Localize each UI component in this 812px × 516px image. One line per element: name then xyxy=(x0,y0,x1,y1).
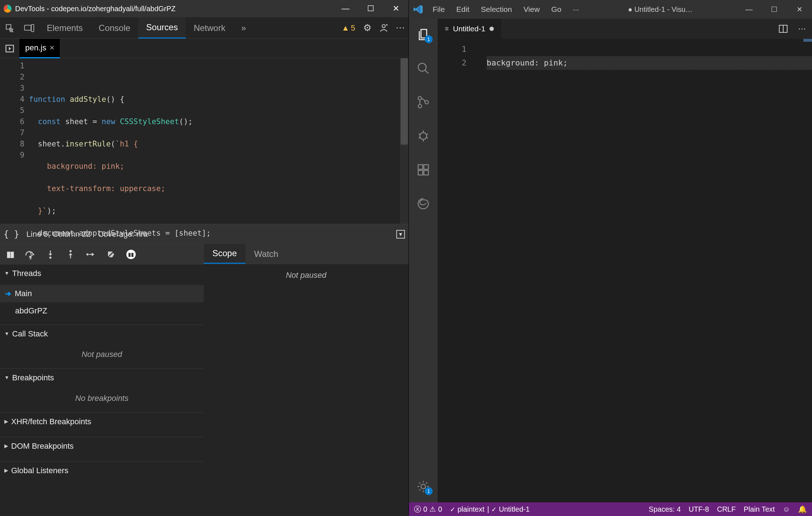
close-file-icon[interactable]: ✕ xyxy=(49,44,55,52)
notifications-icon[interactable]: 🔔 xyxy=(798,505,807,513)
pause-button[interactable]: ▮▮ xyxy=(0,244,20,264)
chevron-down-icon: ▼ xyxy=(4,270,9,276)
vscode-window-title: ● Untitled-1 - Visu… xyxy=(584,5,736,14)
chevron-right-icon: ▶ xyxy=(4,418,8,424)
code-editor[interactable]: 1 2 3 4 5 6 7 8 9 function addStyle() { … xyxy=(0,58,409,224)
scope-empty: Not paused xyxy=(204,264,409,516)
svg-point-10 xyxy=(425,100,429,104)
manage-badge: 1 xyxy=(425,487,433,495)
debug-icon[interactable] xyxy=(409,125,438,147)
svg-point-11 xyxy=(420,133,427,140)
extensions-icon[interactable] xyxy=(409,159,438,181)
menu-file[interactable]: File xyxy=(428,0,450,19)
thread-worker[interactable]: abdGrPZ xyxy=(0,302,204,320)
xhr-breakpoints-header[interactable]: ▶XHR/fetch Breakpoints xyxy=(0,412,204,430)
breakpoints-empty: No breakpoints xyxy=(0,389,204,407)
feedback-icon[interactable]: ☺ xyxy=(783,505,790,513)
svg-rect-13 xyxy=(424,165,429,169)
debugger-sidebar: ▼Threads ➔Main abdGrPZ ▼Call Stack Not p… xyxy=(0,264,204,516)
devtools-titlebar[interactable]: DevTools - codepen.io/zoherghadyali/full… xyxy=(0,0,409,17)
search-icon[interactable] xyxy=(409,58,438,79)
settings-icon[interactable]: ⚙ xyxy=(359,17,375,39)
vscode-maximize-button[interactable]: ☐ xyxy=(762,0,787,19)
status-language[interactable]: Plain Text xyxy=(744,505,775,513)
devtools-app-icon xyxy=(4,5,12,13)
vscode-logo-icon xyxy=(409,0,428,19)
explorer-icon[interactable]: 1 xyxy=(409,24,438,45)
svg-point-8 xyxy=(418,96,422,100)
svg-point-16 xyxy=(421,484,426,489)
split-editor-icon[interactable] xyxy=(777,22,790,35)
svg-rect-12 xyxy=(418,165,423,169)
edge-tools-icon[interactable] xyxy=(409,193,438,214)
editor-scrollbar[interactable] xyxy=(400,58,409,224)
status-eol[interactable]: CRLF xyxy=(717,505,736,513)
maximize-button[interactable]: ☐ xyxy=(358,0,383,17)
language-detect[interactable]: plaintext xyxy=(450,505,484,513)
source-control-icon[interactable] xyxy=(409,91,438,113)
svg-rect-15 xyxy=(424,171,429,175)
file-tab-penjs[interactable]: pen.js ✕ xyxy=(19,39,60,58)
vscode-titlebar[interactable]: File Edit Selection View Go ··· ● Untitl… xyxy=(409,0,812,19)
callstack-header[interactable]: ▼Call Stack xyxy=(0,325,204,343)
error-icon: ⓧ xyxy=(414,504,421,514)
vscode-editor-content[interactable]: background: pink; xyxy=(474,39,812,502)
menu-more[interactable]: ··· xyxy=(568,0,585,19)
vscode-editor[interactable]: 1 2 background: pink; xyxy=(438,39,812,502)
tab-network[interactable]: Network xyxy=(186,17,233,39)
svg-point-7 xyxy=(418,63,426,71)
dom-breakpoints-header[interactable]: ▶DOM Breakpoints xyxy=(0,437,204,455)
scope-panel: Not paused xyxy=(204,264,409,516)
explorer-badge: 1 xyxy=(425,35,433,43)
vscode-minimize-button[interactable]: — xyxy=(736,0,762,19)
errors-indicator[interactable]: ⓧ0 ⚠0 xyxy=(414,504,442,514)
pretty-print-icon[interactable]: { } xyxy=(4,229,19,239)
activity-bar: 1 1 xyxy=(409,19,438,502)
check-icon xyxy=(491,505,497,513)
editor-more-icon[interactable]: ⋯ xyxy=(795,22,808,35)
check-icon xyxy=(450,505,455,513)
close-button[interactable]: ✕ xyxy=(383,0,409,17)
status-spaces[interactable]: Spaces: 4 xyxy=(649,505,681,513)
tab-elements[interactable]: Elements xyxy=(39,17,91,39)
svg-point-9 xyxy=(418,104,422,108)
menu-view[interactable]: View xyxy=(518,0,545,19)
chevron-right-icon: ▶ xyxy=(4,467,8,473)
file-tab-label: pen.js xyxy=(25,43,46,53)
manage-icon[interactable]: 1 xyxy=(409,476,438,497)
global-listeners-header[interactable]: ▶Global Listeners xyxy=(0,461,204,479)
more-options-icon[interactable]: ⋯ xyxy=(392,17,409,39)
vscode-status-bar: ⓧ0 ⚠0 plaintext | Untitled-1 Spaces: 4 U… xyxy=(409,502,812,516)
minimap[interactable] xyxy=(803,39,812,42)
line-gutter: 1 2 3 4 5 6 7 8 9 xyxy=(0,58,29,224)
minimize-button[interactable]: — xyxy=(333,0,358,17)
device-toolbar-icon[interactable] xyxy=(19,17,39,39)
menu-selection[interactable]: Selection xyxy=(476,0,517,19)
tab-more[interactable]: » xyxy=(233,17,254,39)
file-type-icon: ≡ xyxy=(445,25,449,33)
status-encoding[interactable]: UTF-8 xyxy=(689,505,709,513)
editor-tab-untitled[interactable]: ≡ Untitled-1 xyxy=(438,19,501,39)
vscode-gutter: 1 2 xyxy=(438,39,474,502)
vscode-menu: File Edit Selection View Go ··· xyxy=(428,0,584,19)
chevron-down-icon: ▼ xyxy=(4,375,9,380)
chevron-right-icon: ▶ xyxy=(4,443,8,449)
editor-area: ≡ Untitled-1 ⋯ 1 2 background: xyxy=(438,19,812,502)
inspect-element-icon[interactable] xyxy=(0,17,19,39)
menu-edit[interactable]: Edit xyxy=(451,0,474,19)
account-icon[interactable] xyxy=(375,17,392,39)
code-content[interactable]: function addStyle() { const sheet = new … xyxy=(29,58,409,224)
breakpoints-header[interactable]: ▼Breakpoints xyxy=(0,368,204,386)
thread-main[interactable]: ➔Main xyxy=(0,285,204,302)
code-line[interactable]: background: pink; xyxy=(487,56,812,70)
status-filename[interactable]: | Untitled-1 xyxy=(487,505,530,513)
dirty-indicator-icon xyxy=(490,27,494,31)
tab-sources[interactable]: Sources xyxy=(138,17,186,39)
warning-icon: ⚠ xyxy=(429,505,436,513)
devtools-window: DevTools - codepen.io/zoherghadyali/full… xyxy=(0,0,409,516)
navigator-toggle-icon[interactable] xyxy=(0,39,19,58)
warnings-indicator[interactable]: ▲5 xyxy=(342,23,355,33)
menu-go[interactable]: Go xyxy=(546,0,567,19)
tab-console[interactable]: Console xyxy=(91,17,138,39)
vscode-close-button[interactable]: ✕ xyxy=(787,0,812,19)
